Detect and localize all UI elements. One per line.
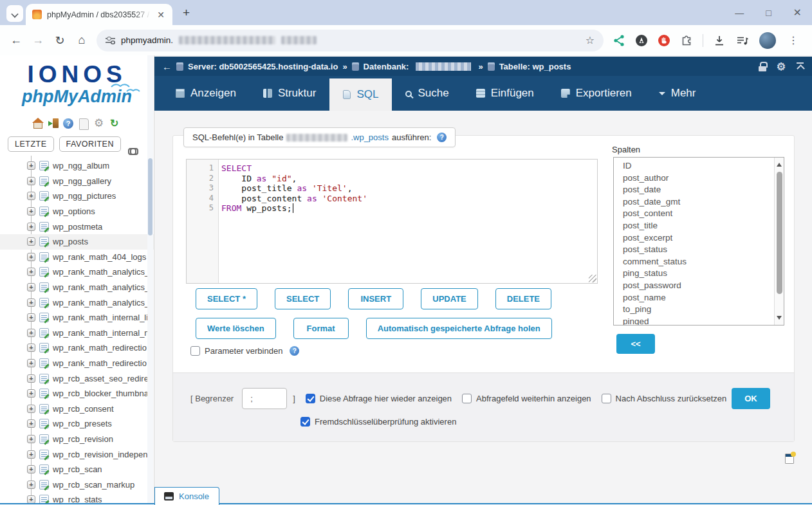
column-option[interactable]: to_ping [623,304,773,316]
ok-button[interactable]: OK [732,388,770,409]
sidebar-table-item[interactable]: wp_ngg_album [0,158,154,174]
expand-plus-icon[interactable] [27,237,35,246]
nav-tab[interactable]: Suche [392,76,462,111]
expand-plus-icon[interactable] [27,192,35,200]
sidebar-table-item[interactable]: wp_rcb_asset_seo_redire [0,371,154,386]
window-minimize-button[interactable]: — [735,8,744,18]
query-template-button[interactable]: INSERT [348,288,403,309]
sidebar-table-item[interactable]: wp_rank_math_internal_n [0,326,154,341]
table-name[interactable]: wp_rank_math_analytics_ [53,267,149,277]
reload-button[interactable]: ↻ [49,33,71,48]
table-name[interactable]: wp_rank_math_internal_n [53,328,149,338]
query-template-button[interactable]: SELECT [275,288,331,309]
help-icon[interactable] [437,133,447,142]
expand-plus-icon[interactable] [27,405,35,413]
query-template-button[interactable]: UPDATE [421,288,477,309]
sidebar-toolbar-icon[interactable] [78,118,89,129]
column-option[interactable]: post_status [623,244,773,256]
open-new-window-icon[interactable] [785,454,794,464]
sidebar-table-item[interactable]: wp_posts [0,234,154,250]
table-name[interactable]: wp_options [53,207,95,216]
address-bar[interactable]: phpmyadmin. ☆ [97,30,604,51]
sidebar-table-item[interactable]: wp_rcb_revision [0,432,154,447]
table-name[interactable]: wp_rcb_blocker_thumbna [53,389,149,398]
sidebar-toolbar-icon[interactable] [110,118,122,129]
link-icon[interactable] [128,147,138,154]
column-option[interactable]: comment_status [623,256,773,268]
expand-plus-icon[interactable] [27,389,35,398]
table-name[interactable]: wp_ngg_gallery [53,176,111,186]
collapse-icon[interactable] [796,62,804,71]
settings-gear-icon[interactable] [777,60,786,73]
sidebar-table-item[interactable]: wp_postmeta [0,219,154,234]
table-name[interactable]: wp_rank_math_analytics_ [53,298,149,308]
table-name[interactable]: wp_rcb_scan_markup [53,480,134,490]
favorite-tables-button[interactable]: FAVORITEN [59,136,121,152]
checkbox-box[interactable] [190,346,200,356]
expand-plus-icon[interactable] [27,268,35,276]
expand-plus-icon[interactable] [27,223,35,231]
query-template-button[interactable]: DELETE [495,288,551,309]
sidebar-table-item[interactable]: wp_rank_math_analytics_ [0,264,154,280]
table-name[interactable]: wp_rcb_revision [53,434,113,444]
media-list-icon[interactable] [735,34,750,47]
table-name[interactable]: wp_rcb_scan [53,464,102,474]
table-name[interactable]: wp_posts [53,237,88,246]
checkbox-box[interactable] [300,417,310,427]
column-option[interactable]: post_excerpt [623,232,773,244]
new-tab-button[interactable]: + [183,6,190,20]
column-option[interactable]: pinged [623,316,773,325]
sidebar-toolbar-icon[interactable] [94,118,106,129]
sidebar-table-item[interactable]: wp_rank_math_redirectio [0,340,154,356]
table-name[interactable]: wp_rcb_consent [53,404,114,414]
breadcrumb-table[interactable]: Tabelle: wp_posts [499,62,571,71]
checkbox-box[interactable] [462,394,472,403]
back-button[interactable]: ← [5,33,27,47]
expand-plus-icon[interactable] [27,161,35,170]
sidebar-table-item[interactable]: wp_rcb_consent [0,401,154,417]
expand-plus-icon[interactable] [27,329,35,337]
sidebar-toolbar-icon[interactable] [32,118,44,129]
column-option[interactable]: post_password [623,280,773,292]
column-option[interactable]: ping_status [623,268,773,280]
console-button[interactable]: Konsole [154,487,219,505]
breadcrumb-database[interactable]: Datenbank: [364,62,409,71]
query-option-checkbox[interactable]: Diese Abfrage hier wieder anzeigen [306,394,452,403]
sidebar-table-item[interactable]: wp_ngg_pictures [0,188,154,204]
nav-tab[interactable]: Mehr [645,76,710,111]
sidebar-table-item[interactable]: wp_rank_math_404_logs [0,250,154,265]
window-maximize-button[interactable]: □ [766,8,771,18]
table-name[interactable]: wp_postmeta [53,222,102,232]
sidebar-table-item[interactable]: wp_rcb_blocker_thumbna [0,386,154,401]
query-option-checkbox[interactable]: Nach Abschluss zurücksetzen [602,394,727,403]
expand-plus-icon[interactable] [27,207,35,216]
expand-plus-icon[interactable] [27,465,35,473]
nav-tab[interactable]: Exportieren [548,76,645,111]
column-option[interactable]: post_name [623,292,773,304]
extensions-puzzle-icon[interactable] [680,34,693,47]
query-option-checkbox[interactable]: Abfragefeld weiterhin anzeigen [462,394,591,403]
legend-table-link[interactable]: .wp_posts [351,133,389,142]
profile-avatar[interactable] [759,32,776,49]
column-option[interactable]: post_title [623,220,773,232]
expand-plus-icon[interactable] [27,481,35,489]
table-name[interactable]: wp_ngg_album [53,161,109,170]
forward-button[interactable]: → [27,33,49,47]
table-name[interactable]: wp_ngg_pictures [53,191,116,201]
sidebar-table-item[interactable]: wp_rank_math_analytics_ [0,295,154,310]
sidebar-toolbar-icon[interactable] [48,118,59,129]
sidebar-scrollbar-thumb[interactable] [148,158,152,235]
columns-listbox[interactable]: IDpost_authorpost_datepost_date_gmtpost_… [613,157,784,326]
downloads-icon[interactable] [713,34,726,47]
column-option[interactable]: post_date_gmt [623,196,773,208]
sidebar-table-item[interactable]: wp_rcb_presets [0,416,154,432]
column-option[interactable]: post_date [623,184,773,196]
columns-scrollbar-thumb[interactable] [777,172,782,294]
query-template-button[interactable]: SELECT * [196,288,257,309]
expand-plus-icon[interactable] [27,283,35,291]
expand-plus-icon[interactable] [27,253,35,261]
nav-tab[interactable]: Einfügen [463,76,548,111]
browser-tab[interactable]: phpMyAdmin / dbs2035527 / w ✕ [26,4,172,25]
tab-search-button[interactable] [6,5,23,22]
nav-tab[interactable]: Anzeigen [162,76,250,111]
